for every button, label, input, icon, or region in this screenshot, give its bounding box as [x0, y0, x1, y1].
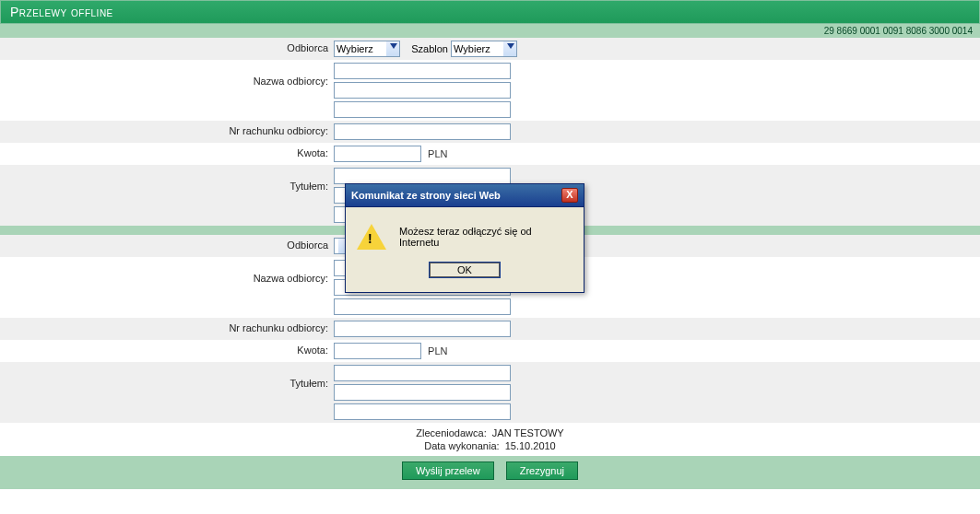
account-number-bar: 29 8669 0001 0091 8086 3000 0014	[0, 24, 980, 38]
label-kwota-2: Kwota:	[0, 343, 334, 356]
input-nazwa-odbiorcy-2-3[interactable]	[334, 298, 511, 315]
select-szablon-wrap: Wybierz	[451, 41, 517, 57]
button-row: Wyślij przelew Zrezygnuj	[0, 456, 980, 489]
label-odbiorca: Odbiorca	[0, 41, 334, 53]
input-tytulem-2-1[interactable]	[334, 365, 511, 381]
label-kwota: Kwota:	[0, 146, 334, 158]
label-nazwa-odbiorcy: Nazwa odbiorcy:	[0, 63, 334, 87]
cancel-button[interactable]: Zrezygnuj	[506, 461, 578, 480]
row-kwota: Kwota: PLN	[0, 143, 980, 165]
dialog-message: Możesz teraz odłączyć się od Internetu	[399, 226, 573, 248]
label-nr-rachunku: Nr rachunku odbiorcy:	[0, 123, 334, 136]
label-zleceniodawca: Zleceniodawca:	[416, 427, 486, 438]
label-nazwa-odbiorcy-2: Nazwa odbiorcy:	[0, 260, 334, 284]
row-nazwa-odbiorcy: Nazwa odbiorcy:	[0, 60, 980, 121]
input-nazwa-odbiorcy-2[interactable]	[334, 82, 511, 99]
label-nr-rachunku-2: Nr rachunku odbiorcy:	[0, 321, 334, 333]
label-data-wykonania: Data wykonania:	[424, 440, 499, 451]
dialog-body: Możesz teraz odłączyć się od Internetu	[346, 207, 584, 257]
row-nr-rachunku: Nr rachunku odbiorcy:	[0, 121, 980, 143]
input-nazwa-odbiorcy-3[interactable]	[334, 101, 511, 118]
input-nr-rachunku[interactable]	[334, 123, 511, 140]
send-button[interactable]: Wyślij przelew	[402, 461, 494, 480]
warning-icon	[357, 224, 386, 250]
label-tytulem: Tytułem:	[0, 168, 334, 192]
alert-dialog: Komunikat ze strony sieci Web X Możesz t…	[345, 183, 584, 293]
close-icon[interactable]: X	[561, 188, 578, 203]
input-kwota-2[interactable]	[334, 343, 421, 359]
footer-info: Zleceniodawca: JAN TESTOWY Data wykonani…	[0, 423, 980, 456]
select-odbiorca[interactable]: Wybierz	[334, 41, 400, 57]
row-nr-rachunku-2: Nr rachunku odbiorcy:	[0, 318, 980, 340]
currency-label-2: PLN	[428, 345, 447, 356]
account-number: 29 8669 0001 0091 8086 3000 0014	[824, 26, 973, 36]
row-tytulem-2: Tytułem:	[0, 362, 980, 423]
select-odbiorca-wrap: Wybierz	[334, 41, 400, 57]
input-kwota[interactable]	[334, 146, 421, 162]
dialog-button-row: OK	[346, 257, 584, 292]
label-szablon: Szablon	[411, 43, 448, 54]
input-tytulem-2-2[interactable]	[334, 384, 511, 401]
input-tytulem-2-3[interactable]	[334, 403, 511, 420]
input-tytulem-1[interactable]	[334, 168, 511, 184]
page-title-bar: Przelewy offline	[0, 0, 980, 24]
row-odbiorca-szablon: Odbiorca Wybierz Szablon Wybierz	[0, 38, 980, 60]
label-odbiorca-2: Odbiorca	[0, 238, 334, 251]
page-title: Przelewy offline	[10, 5, 113, 19]
dialog-title-text: Komunikat ze strony sieci Web	[351, 190, 501, 201]
dialog-titlebar: Komunikat ze strony sieci Web X	[346, 184, 584, 207]
ok-button[interactable]: OK	[430, 263, 500, 277]
input-nazwa-odbiorcy-1[interactable]	[334, 63, 511, 79]
value-zleceniodawca: JAN TESTOWY	[492, 427, 564, 438]
value-data-wykonania: 15.10.2010	[505, 440, 556, 451]
label-tytulem-2: Tytułem:	[0, 365, 334, 389]
select-szablon[interactable]: Wybierz	[451, 41, 517, 57]
row-kwota-2: Kwota: PLN	[0, 340, 980, 362]
input-nr-rachunku-2[interactable]	[334, 321, 511, 337]
currency-label: PLN	[428, 148, 447, 159]
